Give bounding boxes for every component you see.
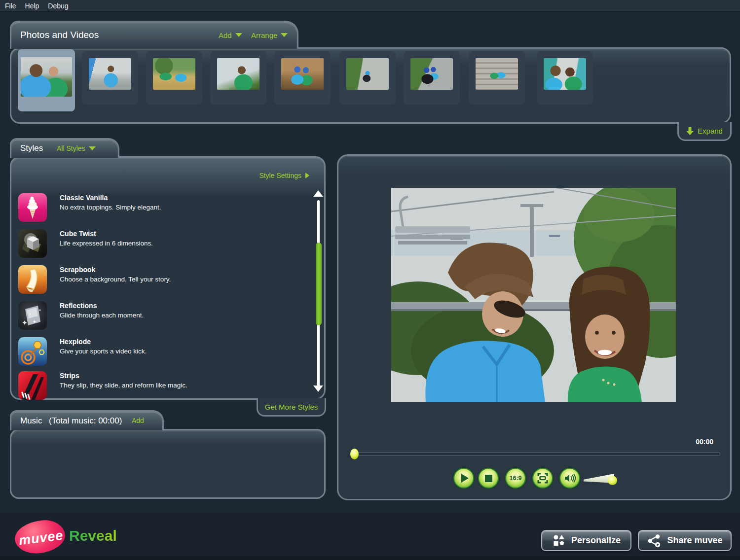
style-list-item[interactable]: Classic Vanilla No extra toppings. Simpl… <box>18 193 309 226</box>
styles-scrollbar-thumb[interactable] <box>316 243 322 325</box>
thumbnail-photo <box>410 58 453 90</box>
chevron-right-icon <box>305 173 309 178</box>
aspect-ratio-button[interactable]: 16:9 <box>505 468 526 489</box>
style-description: Give your sports a video kick. <box>60 348 147 355</box>
play-button[interactable] <box>453 468 474 489</box>
menu-bar: File Help Debug <box>0 0 740 12</box>
shapes-icon <box>552 534 566 548</box>
add-media-button[interactable]: Add <box>219 22 242 48</box>
thumbnail-photo <box>89 58 131 90</box>
volume-slider-knob[interactable] <box>608 476 617 485</box>
personalize-label: Personalize <box>571 535 621 546</box>
music-panel-title: Music <box>20 412 42 430</box>
thumbnail[interactable] <box>469 51 525 105</box>
thumbnail[interactable] <box>404 51 460 105</box>
style-name: Hexplode <box>60 338 91 346</box>
photos-strip <box>10 47 731 124</box>
playback-time: 00:00 <box>674 438 713 446</box>
music-list-area <box>10 429 326 499</box>
style-name: Reflections <box>60 302 97 310</box>
arrow-down-icon <box>686 127 694 136</box>
glass-pane-icon <box>18 301 47 330</box>
share-icon <box>647 533 662 548</box>
seek-slider-track[interactable] <box>354 452 720 456</box>
thumbnail-photo <box>346 58 389 90</box>
scroll-down-icon[interactable] <box>313 385 323 392</box>
style-filter-dropdown[interactable]: All Styles <box>57 140 96 157</box>
add-music-button[interactable]: Add <box>132 412 144 430</box>
hexagon-burst-icon <box>18 337 47 366</box>
thumbnail[interactable] <box>339 51 396 105</box>
add-media-label: Add <box>219 31 232 39</box>
thumbnail-photo <box>21 57 72 97</box>
style-name: Scrapbook <box>60 266 95 274</box>
style-name: Strips <box>60 372 79 380</box>
chevron-down-icon <box>235 33 242 37</box>
thumbnail[interactable] <box>82 51 138 105</box>
style-name: Classic Vanilla <box>60 194 108 202</box>
music-total-label: (Total music: 00:00) <box>49 412 122 430</box>
seek-slider-knob[interactable] <box>350 449 359 459</box>
music-panel-header: Music (Total music: 00:00) Add <box>10 410 164 430</box>
thumbnail-photo <box>153 58 195 90</box>
style-list-item[interactable]: Reflections Glide through each moment. <box>18 301 309 334</box>
photos-panel-header: Photos and Videos Add Arrange <box>10 21 298 49</box>
sliding-strips-icon <box>18 371 47 400</box>
styles-panel-header: Styles All Styles <box>10 138 119 158</box>
soft-serve-ice-cream-icon <box>18 193 47 222</box>
preview-photo <box>391 188 676 402</box>
stop-icon <box>485 475 492 482</box>
menu-help[interactable]: Help <box>25 2 39 10</box>
preview-panel: 00:00 16:9 <box>337 154 732 500</box>
style-description: They slip, they slide, and reform like m… <box>60 382 187 389</box>
menu-debug[interactable]: Debug <box>48 2 68 10</box>
window-bottom-edge <box>0 556 740 560</box>
thumbnail[interactable] <box>537 51 593 105</box>
menu-file[interactable]: File <box>5 2 16 10</box>
glossy-cube-icon <box>18 229 47 258</box>
style-description: Choose a background. Tell your story. <box>60 276 171 283</box>
speaker-icon <box>563 472 576 485</box>
share-muvee-button[interactable]: Share muvee <box>638 530 732 551</box>
thumbnail-photo <box>476 58 518 90</box>
aspect-ratio-label: 16:9 <box>509 475 521 482</box>
scroll-up-icon[interactable] <box>313 190 323 197</box>
style-description: Life expressed in 6 dimensions. <box>60 240 153 247</box>
share-muvee-label: Share muvee <box>667 535 722 546</box>
muvee-reveal-window: { "menu": { "items": [ { "label": "File"… <box>0 0 740 560</box>
chairlift-selfie-photo <box>391 188 676 402</box>
thumbnail-photo <box>544 58 586 90</box>
style-list-item[interactable]: Hexplode Give your sports a video kick. <box>18 337 309 370</box>
thumbnail-photo <box>281 58 324 90</box>
style-list-item[interactable]: Cube Twist Life expressed in 6 dimension… <box>18 229 309 262</box>
expand-label: Expand <box>698 127 723 135</box>
get-more-styles-button[interactable]: Get More Styles <box>257 398 326 417</box>
expand-button[interactable]: Expand <box>677 122 732 141</box>
fullscreen-button[interactable] <box>532 468 553 489</box>
arrange-button[interactable]: Arrange <box>251 22 288 48</box>
style-list-item[interactable]: Scrapbook Choose a background. Tell your… <box>18 265 309 298</box>
style-description: Glide through each moment. <box>60 312 144 319</box>
curled-page-icon <box>18 265 47 294</box>
fullscreen-icon <box>536 472 549 485</box>
reveal-logo-text: Reveal <box>69 527 117 544</box>
photos-panel-title: Photos and Videos <box>20 22 99 48</box>
thumbnail-selected[interactable] <box>18 49 75 111</box>
thumbnail-photo <box>217 58 259 90</box>
footer-bar: muvee Reveal Personalize Share muvee <box>0 513 740 560</box>
style-description: No extra toppings. Simply elegant. <box>60 204 161 211</box>
styles-list-panel: Style Settings Classic Vanilla No extra … <box>10 156 326 400</box>
thumbnail[interactable] <box>146 51 202 105</box>
stop-button[interactable] <box>478 468 499 489</box>
thumbnail[interactable] <box>210 51 266 105</box>
thumbnail[interactable] <box>274 51 331 105</box>
chevron-down-icon <box>281 33 288 37</box>
get-more-styles-label: Get More Styles <box>265 403 318 411</box>
mute-button[interactable] <box>559 468 580 489</box>
play-icon <box>461 474 469 483</box>
styles-panel-title: Styles <box>20 140 43 157</box>
style-settings-label: Style Settings <box>259 172 301 179</box>
personalize-button[interactable]: Personalize <box>541 530 631 551</box>
style-settings-button[interactable]: Style Settings <box>259 172 309 179</box>
style-filter-label: All Styles <box>57 144 85 152</box>
